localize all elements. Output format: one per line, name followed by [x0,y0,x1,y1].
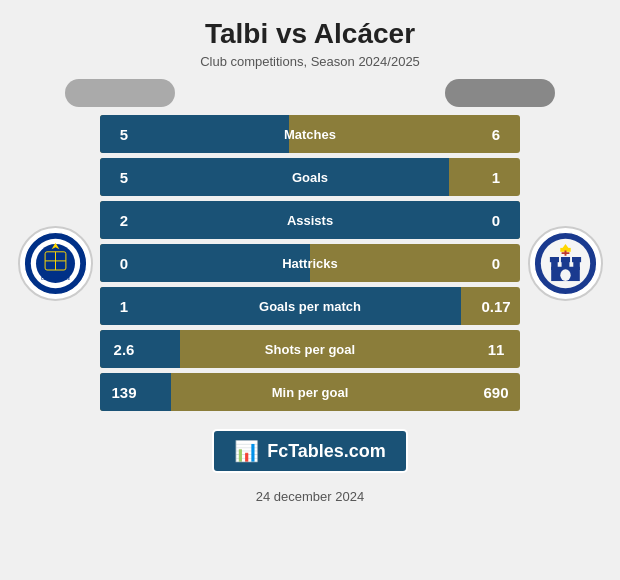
logo-left: CLUB BRUGGE [10,226,100,301]
stat-left-value: 1 [100,298,148,315]
left-pill [65,79,175,107]
footer-date: 24 december 2024 [256,489,364,504]
logo-right [520,226,610,301]
stat-left-value: 139 [100,384,148,401]
stat-left-value: 2.6 [100,341,148,358]
stat-left-value: 5 [100,126,148,143]
stat-right-value: 0 [472,212,520,229]
main-content: CLUB BRUGGE 5Matches65Goals12Assists00Ha… [0,107,620,419]
stat-label: Min per goal [148,385,472,400]
stat-label: Goals [148,170,472,185]
stat-right-value: 0 [472,255,520,272]
stat-label: Assists [148,213,472,228]
stat-left-value: 5 [100,169,148,186]
stat-label: Shots per goal [148,342,472,357]
deco-pills-row [60,79,560,107]
stat-left-value: 0 [100,255,148,272]
stat-right-value: 0.17 [472,298,520,315]
stats-container: 5Matches65Goals12Assists00Hattricks01Goa… [100,115,520,411]
stat-row: 2.6Shots per goal11 [100,330,520,368]
stat-row: 139Min per goal690 [100,373,520,411]
watermark-container: 📊 FcTables.com [212,429,408,473]
watermark-text: FcTables.com [267,441,386,462]
svg-rect-16 [572,257,581,262]
club-brugge-logo: CLUB BRUGGE [18,226,93,301]
stat-right-value: 6 [472,126,520,143]
page-title: Talbi vs Alcácer [200,18,420,50]
stat-right-value: 1 [472,169,520,186]
stat-label: Hattricks [148,256,472,271]
stat-row: 2Assists0 [100,201,520,239]
header: Talbi vs Alcácer Club competitions, Seas… [190,0,430,75]
subtitle: Club competitions, Season 2024/2025 [200,54,420,69]
stat-label: Goals per match [148,299,472,314]
stat-label: Matches [148,127,472,142]
alcacer-team-logo [528,226,603,301]
right-pill [445,79,555,107]
svg-rect-15 [560,257,569,262]
stat-row: 1Goals per match0.17 [100,287,520,325]
svg-point-17 [560,269,570,281]
stat-row: 5Matches6 [100,115,520,153]
stat-right-value: 11 [472,341,520,358]
stat-left-value: 2 [100,212,148,229]
stat-row: 0Hattricks0 [100,244,520,282]
watermark-icon: 📊 [234,439,259,463]
svg-text:CLUB BRUGGE: CLUB BRUGGE [41,275,70,280]
svg-rect-14 [549,257,558,262]
stat-row: 5Goals1 [100,158,520,196]
stat-right-value: 690 [472,384,520,401]
